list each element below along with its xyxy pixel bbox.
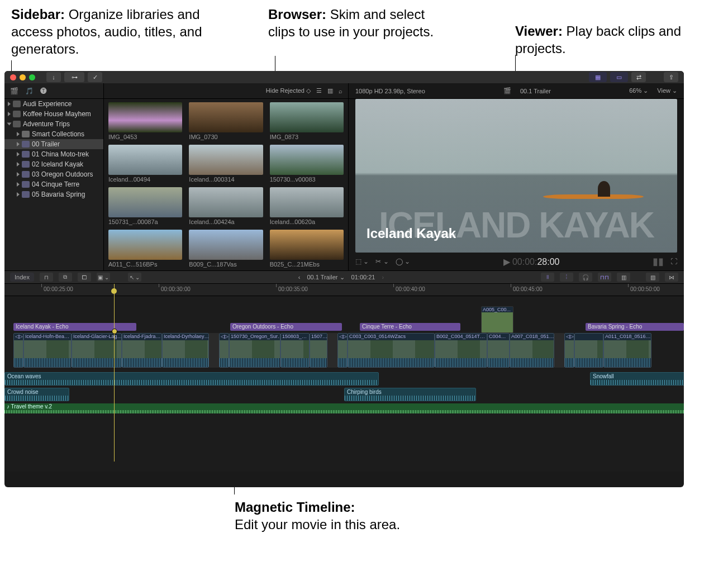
music-track[interactable]: ♪ Travel theme v.2: [4, 403, 684, 413]
zoom-window-button[interactable]: [29, 74, 35, 80]
transitions-browser-icon-2[interactable]: ⋈: [665, 273, 678, 282]
append-clip-icon[interactable]: ⧠: [78, 273, 91, 282]
tool-menu[interactable]: ↖ ⌄: [128, 273, 141, 282]
timeline-history-back[interactable]: ‹: [298, 274, 301, 281]
storyline-gap[interactable]: [209, 333, 219, 368]
video-clip[interactable]: B002_C004_0514T…: [435, 333, 487, 368]
disclosure-triangle-icon[interactable]: [17, 162, 20, 167]
disclosure-triangle-icon[interactable]: [17, 182, 20, 187]
retiming-menu-icon[interactable]: ✂ ⌄: [375, 258, 388, 265]
skimming-icon[interactable]: ⦀: [541, 273, 554, 282]
photos-audio-sidebar-icon[interactable]: 🎵: [25, 87, 34, 95]
transitions-browser-icon[interactable]: ▧: [646, 273, 659, 282]
storyline-gap[interactable]: [554, 333, 564, 368]
libraries-sidebar-icon[interactable]: 🎬: [10, 87, 18, 95]
timeline-layout-button[interactable]: ▭: [610, 72, 628, 82]
browser-clip[interactable]: Iceland...000314: [189, 145, 263, 183]
browser-clip[interactable]: B025_C...21MEbs: [270, 230, 344, 268]
sidebar-item[interactable]: 01 China Moto-trek: [4, 149, 103, 159]
overwrite-clip-icon[interactable]: ▣ ⌄: [97, 273, 110, 282]
solo-icon[interactable]: 🎧: [579, 273, 592, 282]
video-clip[interactable]: A011_C018_0516…: [603, 333, 651, 368]
browser-clip[interactable]: B009_C...187Vas: [189, 230, 263, 268]
sidebar-item[interactable]: 00 Trailer: [4, 139, 103, 149]
titles-lane[interactable]: Iceland Kayak - EchoOregon Outdoors - Ec…: [4, 323, 684, 332]
title-clip[interactable]: Iceland Kayak - Echo: [13, 323, 136, 331]
video-clip[interactable]: 150803_…: [280, 333, 310, 368]
sidebar-item[interactable]: Smart Collections: [4, 129, 103, 139]
disclosure-triangle-icon[interactable]: [8, 102, 11, 106]
playhead[interactable]: [114, 284, 115, 462]
browser-clip[interactable]: IMG_0730: [189, 102, 263, 140]
transition-clip[interactable]: ◁▷: [564, 333, 574, 368]
view-menu[interactable]: View ⌄: [657, 87, 677, 94]
clip-thumbnail[interactable]: [189, 145, 263, 175]
clip-thumbnail[interactable]: [189, 187, 263, 217]
sidebar-item[interactable]: Audi Experience: [4, 99, 103, 109]
clip-thumbnail[interactable]: [189, 230, 263, 260]
search-icon[interactable]: ⌕: [339, 88, 342, 94]
keyword-button[interactable]: ⊶: [64, 72, 84, 82]
viewport[interactable]: ICELAND KAYAK Iceland Kayak: [355, 99, 677, 253]
audio-clip[interactable]: Snowfall: [590, 372, 684, 386]
audio-clip[interactable]: Chirping birds: [344, 388, 476, 401]
browser-clip[interactable]: IMG_0873: [270, 102, 344, 140]
sidebar-item[interactable]: Adventure Trips: [4, 119, 103, 129]
disclosure-triangle-icon[interactable]: [17, 152, 20, 156]
browser-clip[interactable]: IMG_0453: [108, 102, 182, 140]
transition-clip[interactable]: ◁▷: [13, 333, 23, 368]
sidebar-item[interactable]: 03 Oregon Outdoors: [4, 169, 103, 179]
disclosure-triangle-icon[interactable]: [17, 132, 20, 136]
disclosure-triangle-icon[interactable]: [17, 172, 20, 177]
disclosure-triangle-icon[interactable]: [17, 142, 20, 146]
effects-browser-icon[interactable]: ▥: [617, 273, 630, 282]
video-clip[interactable]: [574, 333, 603, 368]
share-button[interactable]: ⇪: [664, 72, 678, 82]
video-clip[interactable]: C003_C003_0514WZacs: [348, 333, 435, 368]
enhance-menu-icon[interactable]: ◯ ⌄: [396, 258, 410, 265]
video-clip[interactable]: Iceland-Fjadra…: [122, 333, 162, 368]
browser-clip[interactable]: 150731_...00087a: [108, 187, 182, 225]
sidebar-item[interactable]: Koffee House Mayhem: [4, 109, 103, 119]
browser-clip[interactable]: Iceland...00620a: [270, 187, 344, 225]
timeline-history-forward[interactable]: ›: [382, 274, 384, 281]
fullscreen-icon[interactable]: ⛶: [670, 258, 677, 265]
disclosure-triangle-icon[interactable]: [8, 112, 11, 116]
close-window-button[interactable]: [10, 74, 16, 80]
snapping-icon[interactable]: ⊓⊓: [598, 273, 611, 282]
title-clip[interactable]: Oregon Outdoors - Echo: [230, 323, 342, 331]
video-clip[interactable]: A007_C018_051…: [510, 333, 554, 368]
import-button[interactable]: ↓: [46, 72, 61, 82]
clip-thumbnail[interactable]: [270, 230, 344, 260]
timeline-index-button[interactable]: Index: [10, 273, 34, 282]
zoom-menu[interactable]: 66% ⌄: [629, 87, 648, 94]
storyline-gap[interactable]: [327, 333, 337, 368]
clip-appearance-icon[interactable]: ☰: [316, 87, 322, 94]
disclosure-triangle-icon[interactable]: [17, 192, 20, 197]
video-clip[interactable]: 1507…: [310, 333, 327, 368]
transition-clip[interactable]: ◁▷: [219, 333, 229, 368]
video-clip[interactable]: 150730_Oregon_Sur…: [229, 333, 280, 368]
transform-menu-icon[interactable]: ⬚ ⌄: [355, 258, 369, 265]
project-name[interactable]: 00.1 Trailer ⌄: [307, 274, 345, 281]
video-clip[interactable]: Iceland-Dyrholaey…: [162, 333, 209, 368]
audio-skimming-icon[interactable]: ⦙: [560, 273, 573, 282]
browser-clip[interactable]: Iceland...00494: [108, 145, 182, 183]
browser-clip[interactable]: 150730...v00083: [270, 145, 344, 183]
filter-menu[interactable]: Hide Rejected ◇: [266, 87, 311, 94]
audio-meters-icon[interactable]: ▮▮: [653, 255, 664, 268]
titles-generators-sidebar-icon[interactable]: 🅣: [40, 87, 47, 95]
video-clip[interactable]: Iceland-Hofn-Bea…: [23, 333, 72, 368]
connect-clip-icon[interactable]: ⊓: [40, 273, 53, 282]
clip-thumbnail[interactable]: [108, 230, 182, 260]
browser-clip[interactable]: Iceland...00424a: [189, 187, 263, 225]
title-clip[interactable]: Cinque Terre - Echo: [360, 323, 460, 331]
audio-clip[interactable]: Crowd noise: [4, 388, 69, 401]
video-clip[interactable]: C004…: [487, 333, 510, 368]
clip-thumbnail[interactable]: [108, 102, 182, 132]
primary-storyline[interactable]: ◁▷Iceland-Hofn-Bea…Iceland-Glacier-Lag…I…: [4, 333, 684, 368]
disclosure-triangle-icon[interactable]: [7, 123, 12, 126]
title-clip[interactable]: Bavaria Spring - Echo: [586, 323, 684, 331]
clip-thumbnail[interactable]: [108, 145, 182, 175]
list-view-icon[interactable]: ▥: [327, 87, 333, 94]
